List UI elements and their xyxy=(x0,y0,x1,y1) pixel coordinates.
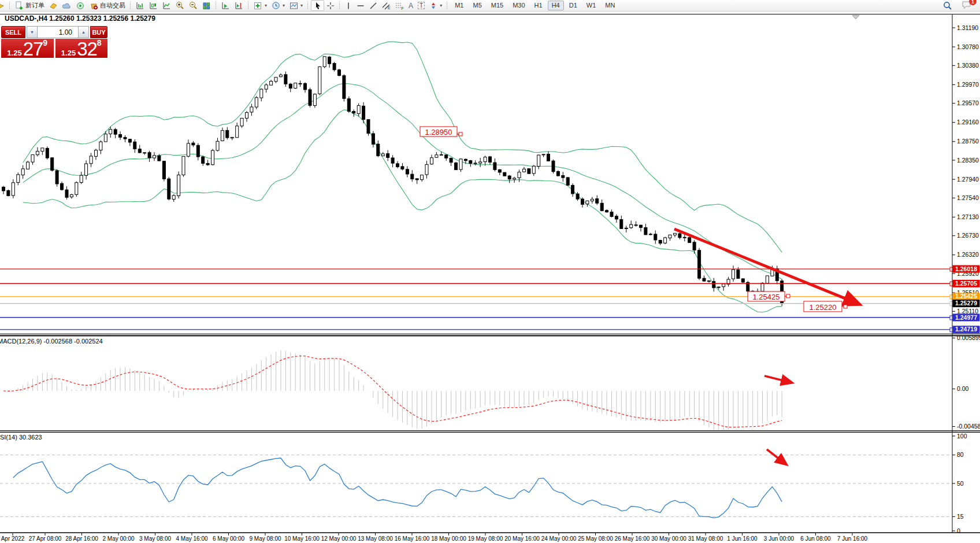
cursor-tool-button[interactable] xyxy=(311,0,324,11)
panel-separators[interactable] xyxy=(0,334,980,533)
rsi-arrow[interactable] xyxy=(767,449,785,463)
volume-input[interactable]: 1.00 xyxy=(38,26,78,38)
macd-arrow[interactable] xyxy=(764,376,790,382)
svg-text:1.31190: 1.31190 xyxy=(957,24,978,31)
price-callout-125425[interactable]: 1.25425 xyxy=(748,291,790,301)
dropdown-caret-icon: ▾ xyxy=(440,3,442,8)
chat-button[interactable]: 1 xyxy=(962,1,972,10)
cursor-icon xyxy=(314,2,321,10)
timeframe-button-m30[interactable]: M30 xyxy=(508,1,529,10)
book-icon xyxy=(49,2,58,10)
price-level-lines[interactable] xyxy=(0,267,954,332)
channel-tool[interactable]: E xyxy=(380,1,393,10)
text-tool[interactable]: A xyxy=(406,1,415,10)
svg-text:100: 100 xyxy=(957,433,967,439)
bar-chart-button[interactable] xyxy=(133,1,147,10)
zoom-in-icon xyxy=(176,1,184,10)
auto-trading-label: 自动交易 xyxy=(100,1,125,10)
text-label-icon: T xyxy=(418,2,425,9)
svg-text:27 Apr 08:00: 27 Apr 08:00 xyxy=(29,535,62,542)
svg-text:2 May 00:00: 2 May 00:00 xyxy=(102,535,134,542)
dropdown-caret-icon: ▾ xyxy=(300,3,303,8)
svg-text:18 May 00:00: 18 May 00:00 xyxy=(431,535,466,542)
timeframe-button-d1[interactable]: D1 xyxy=(565,1,581,10)
indicators-button[interactable]: ▾ xyxy=(251,1,269,10)
chart-shift-marker[interactable] xyxy=(852,16,859,20)
sell-price-tile[interactable]: 1.25 27 9 xyxy=(1,39,54,58)
line-chart-icon xyxy=(162,2,171,10)
zoom-in-button[interactable] xyxy=(173,1,187,10)
signals-button[interactable] xyxy=(74,1,87,10)
timeframe-button-h1[interactable]: H1 xyxy=(530,1,547,10)
channel-icon: E xyxy=(382,2,391,10)
line-chart-button[interactable] xyxy=(160,1,173,10)
svg-text:1.30380: 1.30380 xyxy=(957,62,979,69)
svg-text:1.25705: 1.25705 xyxy=(955,280,977,287)
text-icon: A xyxy=(409,2,413,10)
crosshair-tool-button[interactable] xyxy=(324,1,337,10)
trendline-tool[interactable] xyxy=(367,1,380,10)
arrows-tool[interactable]: ▾ xyxy=(427,1,444,10)
svg-text:1 Jun 16:00: 1 Jun 16:00 xyxy=(727,535,758,542)
volume-increase-spinner[interactable]: ▲ xyxy=(78,26,89,38)
autotrade-icon xyxy=(90,2,98,10)
one-click-prices: 1.25 27 9 1.25 32 8 xyxy=(1,39,107,58)
journal-button[interactable] xyxy=(47,1,60,10)
macd-label: MACD(12,26,9) -0.002568 -0.002524 xyxy=(0,338,103,345)
svg-text:1.29970: 1.29970 xyxy=(957,81,979,88)
vertical-line-tool[interactable] xyxy=(343,1,354,10)
text-label-tool[interactable]: T xyxy=(415,1,427,10)
sell-button[interactable]: SELL xyxy=(1,26,25,38)
svg-text:30 May 00:00: 30 May 00:00 xyxy=(651,535,686,542)
timeframe-button-m5[interactable]: M5 xyxy=(469,1,485,10)
fibonacci-tool[interactable]: F xyxy=(393,1,406,10)
auto-scroll-button[interactable] xyxy=(219,1,232,10)
buy-price-tile[interactable]: 1.25 32 8 xyxy=(55,39,108,58)
tile-windows-button[interactable] xyxy=(200,1,213,10)
zoom-out-button[interactable] xyxy=(187,1,200,10)
timeframe-button-m15[interactable]: M15 xyxy=(487,1,507,10)
timeframe-button-m1[interactable]: M1 xyxy=(451,1,467,10)
templates-button[interactable]: ▾ xyxy=(287,1,305,10)
svg-text:0.005895: 0.005895 xyxy=(957,334,980,341)
buy-button[interactable]: BUY xyxy=(90,26,107,38)
callout-text: 1.28950 xyxy=(425,128,452,136)
horizontal-line-tool[interactable] xyxy=(354,1,367,10)
svg-text:28 Apr 16:00: 28 Apr 16:00 xyxy=(65,535,98,542)
timeframe-button-h4[interactable]: H4 xyxy=(548,1,564,10)
chat-badge: 1 xyxy=(969,0,977,5)
chart-canvas[interactable]: 1.311901.307801.303801.299701.295701.291… xyxy=(0,14,980,543)
timeframe-button-mn[interactable]: MN xyxy=(601,1,619,10)
price-callout-125220[interactable]: 1.25220 xyxy=(804,301,847,312)
volume-decrease-spinner[interactable]: ▼ xyxy=(27,26,38,38)
svg-text:1.26018: 1.26018 xyxy=(955,265,977,272)
svg-text:0: 0 xyxy=(957,527,960,534)
chart-symbol-title: USDCAD-,H4 1.25260 1.25323 1.25256 1.252… xyxy=(5,14,155,23)
toolbar-separator xyxy=(447,2,448,9)
terminal-button[interactable] xyxy=(60,1,74,10)
chart-objects-overlay: 1.28950 1.25425 1.25220 MACD(12,26,9) -0… xyxy=(0,16,859,464)
new-order-button[interactable]: 新订单 xyxy=(13,1,47,10)
clipped-toolbar-icon[interactable] xyxy=(0,1,7,10)
clipped-icon xyxy=(0,2,5,10)
svg-text:0.00: 0.00 xyxy=(957,385,969,392)
templates-icon xyxy=(289,2,298,10)
timeframe-button-w1[interactable]: W1 xyxy=(582,1,600,10)
svg-text:15: 15 xyxy=(957,513,964,520)
svg-text:16 May 16:00: 16 May 16:00 xyxy=(395,535,430,542)
auto-trading-button[interactable]: 自动交易 xyxy=(87,1,128,10)
toolbar-separator xyxy=(216,2,217,9)
candlestick-chart-button[interactable] xyxy=(147,1,160,10)
one-click-trading-panel: SELL ▼ 1.00 ▲ BUY 1.25 27 9 1.25 32 8 xyxy=(1,26,107,58)
svg-text:13 May 08:00: 13 May 08:00 xyxy=(358,535,393,542)
toolbar-separator xyxy=(339,2,340,9)
indicators-icon xyxy=(254,2,262,10)
svg-text:6 Jun 08:00: 6 Jun 08:00 xyxy=(800,535,831,542)
periods-button[interactable]: ▾ xyxy=(269,1,287,10)
chart-shift-button[interactable] xyxy=(232,1,246,10)
tile-windows-icon xyxy=(202,2,211,10)
price-callout-128950[interactable]: 1.28950 xyxy=(420,127,462,136)
buy-price-big: 32 xyxy=(77,40,97,57)
search-icon[interactable] xyxy=(943,1,952,10)
svg-text:26 May 16:00: 26 May 16:00 xyxy=(615,535,650,542)
